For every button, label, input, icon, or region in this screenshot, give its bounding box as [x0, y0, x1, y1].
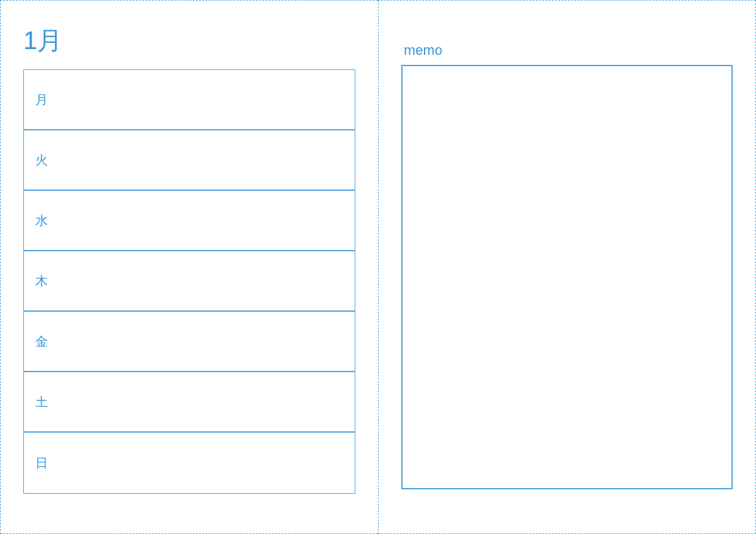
right-panel: memo	[378, 0, 756, 534]
month-title: 1月	[23, 23, 355, 58]
days-list: 月 火 水 木 金 土 日	[23, 69, 355, 494]
day-label: 水	[35, 212, 48, 229]
day-label: 木	[35, 273, 48, 290]
day-row-fri[interactable]: 金	[24, 312, 355, 372]
left-panel: 1月 月 火 水 木 金 土 日	[0, 0, 378, 534]
day-label: 火	[35, 152, 48, 169]
day-label: 月	[35, 91, 48, 108]
day-label: 日	[35, 455, 48, 472]
memo-label: memo	[404, 42, 733, 59]
day-row-wed[interactable]: 水	[24, 191, 355, 251]
day-label: 金	[35, 333, 48, 350]
day-row-sat[interactable]: 土	[24, 372, 355, 433]
day-row-tue[interactable]: 火	[24, 130, 355, 191]
day-row-sun[interactable]: 日	[24, 433, 355, 493]
day-row-thu[interactable]: 木	[24, 251, 355, 312]
memo-box[interactable]	[401, 65, 733, 489]
day-row-mon[interactable]: 月	[24, 70, 355, 130]
day-label: 土	[35, 394, 48, 411]
